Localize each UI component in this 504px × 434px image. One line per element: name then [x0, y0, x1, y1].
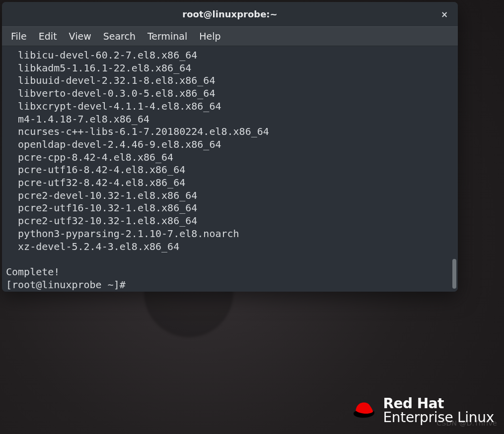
window-titlebar[interactable]: root@linuxprobe:~ × — [2, 2, 458, 26]
menu-file[interactable]: File — [5, 28, 33, 45]
redhat-hat-icon — [352, 401, 376, 421]
menu-view[interactable]: View — [63, 28, 97, 45]
terminal-body[interactable]: libicu-devel-60.2-7.el8.x86_64 libkadm5-… — [2, 46, 458, 292]
menu-bar: File Edit View Search Terminal Help — [2, 26, 458, 46]
redhat-branding: Red Hat Enterprise Linux — [352, 397, 494, 425]
redhat-wordmark: Red Hat Enterprise Linux — [383, 397, 494, 425]
close-icon: × — [441, 9, 448, 19]
menu-search[interactable]: Search — [97, 28, 142, 45]
terminal-output: libicu-devel-60.2-7.el8.x86_64 libkadm5-… — [6, 49, 458, 291]
window-title: root@linuxprobe:~ — [182, 9, 277, 19]
menu-edit[interactable]: Edit — [33, 28, 63, 45]
brand-line2: Enterprise Linux — [383, 411, 494, 425]
brand-line1: Red Hat — [383, 397, 494, 411]
menu-help[interactable]: Help — [193, 28, 226, 45]
window-close-button[interactable]: × — [439, 9, 450, 20]
terminal-window: root@linuxprobe:~ × File Edit View Searc… — [2, 2, 458, 292]
scrollbar-thumb[interactable] — [452, 259, 456, 289]
menu-terminal[interactable]: Terminal — [142, 28, 193, 45]
scrollbar-track[interactable] — [452, 48, 456, 290]
